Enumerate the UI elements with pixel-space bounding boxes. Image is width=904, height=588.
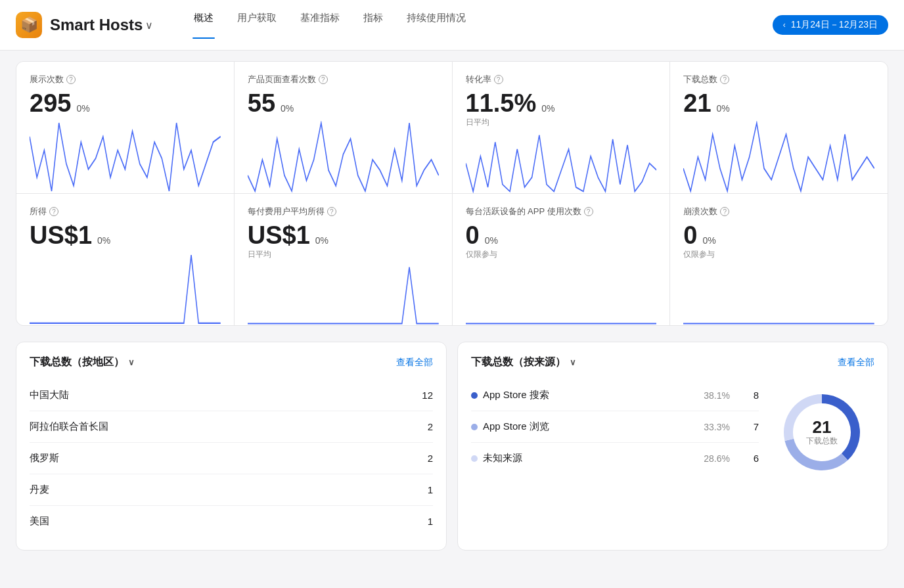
- metric-chart-0: [30, 121, 221, 193]
- source-dot-2: [471, 455, 478, 462]
- metric-number-3: 21: [683, 91, 711, 116]
- metric-card-6: 每台活跃设备的 APP 使用次数 ? 0 0% 仅限参与: [453, 194, 670, 325]
- metrics-grid: 展示次数 ? 295 0% 产品页面查看次数 ? 55 0%: [16, 61, 888, 326]
- region-dropdown-icon[interactable]: ∨: [128, 357, 135, 367]
- donut-chart: 21 下载总数: [769, 380, 874, 485]
- date-range-picker[interactable]: ‹ 11月24日－12月23日: [773, 15, 888, 35]
- region-row-value: 2: [428, 421, 433, 432]
- metric-number-4: US$1: [30, 223, 92, 248]
- source-panel-body: App Store 搜索 38.1% 8 App Store 浏览 33.3% …: [471, 380, 874, 485]
- source-dot-0: [471, 392, 478, 399]
- region-row-label: 俄罗斯: [30, 452, 59, 464]
- donut-center: 21 下载总数: [806, 418, 838, 447]
- metric-label-text-5: 每付费用户平均所得: [248, 206, 325, 217]
- region-panel-title: 下载总数（按地区） ∨: [30, 355, 135, 369]
- region-row-value: 1: [428, 484, 433, 495]
- metric-number-6: 0: [466, 223, 480, 248]
- sparkline-svg-6: [466, 265, 657, 325]
- sparkline-svg-1: [248, 121, 439, 193]
- region-row-value: 2: [428, 453, 433, 464]
- metric-label-0: 展示次数 ?: [30, 74, 221, 85]
- metric-help-icon-2[interactable]: ?: [494, 75, 503, 84]
- region-row-label: 阿拉伯联合首长国: [30, 420, 108, 433]
- metric-sub-5: 日平均: [248, 249, 439, 260]
- metric-card-4: 所得 ? US$1 0%: [16, 194, 234, 325]
- source-count-0: 8: [746, 390, 759, 401]
- metric-label-5: 每付费用户平均所得 ?: [248, 206, 439, 217]
- metric-percent-3: 0%: [717, 103, 730, 114]
- metric-value-3: 21 0%: [683, 91, 874, 116]
- region-table-row: 俄罗斯 2: [30, 443, 433, 474]
- source-pct-2: 28.6%: [704, 453, 730, 464]
- donut-total: 21: [806, 418, 838, 436]
- source-list-item: App Store 搜索 38.1% 8: [471, 380, 759, 411]
- metric-percent-7: 0%: [702, 235, 715, 246]
- metric-chart-3: [683, 121, 874, 193]
- region-panel-header: 下载总数（按地区） ∨ 查看全部: [30, 355, 433, 369]
- region-panel: 下载总数（按地区） ∨ 查看全部 中国大陆 12 阿拉伯联合首长国 2 俄罗斯 …: [16, 342, 447, 551]
- metric-number-5: US$1: [248, 223, 310, 248]
- region-table-row: 美国 1: [30, 506, 433, 537]
- metric-percent-0: 0%: [76, 103, 89, 114]
- header: 📦 Smart Hosts ∨ 概述 用户获取 基准指标 指标 持续使用情况 ‹…: [0, 0, 904, 51]
- nav-item-benchmarks[interactable]: 基准指标: [299, 12, 341, 39]
- source-panel: 下载总数（按来源） ∨ 查看全部 App Store 搜索 38.1% 8 Ap…: [457, 342, 888, 551]
- nav-item-retention[interactable]: 持续使用情况: [405, 12, 467, 39]
- metric-label-2: 转化率 ?: [466, 74, 657, 85]
- app-title: Smart Hosts: [50, 16, 143, 34]
- source-pct-0: 38.1%: [704, 390, 730, 401]
- metric-help-icon-4[interactable]: ?: [49, 207, 58, 216]
- metric-card-3: 下载总数 ? 21 0%: [670, 62, 888, 193]
- metric-chart-4: [30, 253, 221, 325]
- metric-card-2: 转化率 ? 11.5% 0% 日平均: [453, 62, 670, 193]
- metric-chart-7: [683, 265, 874, 325]
- date-range-label: 11月24日－12月23日: [791, 19, 878, 31]
- nav-item-overview[interactable]: 概述: [192, 12, 215, 39]
- metric-sub-7: 仅限参与: [683, 249, 874, 260]
- source-view-all[interactable]: 查看全部: [838, 357, 874, 369]
- region-rows: 中国大陆 12 阿拉伯联合首长国 2 俄罗斯 2 丹麦 1 美国 1: [30, 380, 433, 537]
- source-name-0: App Store 搜索: [483, 389, 698, 401]
- bottom-section: 下载总数（按地区） ∨ 查看全部 中国大陆 12 阿拉伯联合首长国 2 俄罗斯 …: [16, 342, 888, 551]
- metric-help-icon-0[interactable]: ?: [66, 75, 76, 84]
- metric-chart-1: [248, 121, 439, 193]
- metric-label-text-1: 产品页面查看次数: [248, 74, 316, 85]
- source-count-1: 7: [746, 421, 759, 432]
- region-title-text: 下载总数（按地区）: [30, 355, 124, 369]
- source-list-item: App Store 浏览 33.3% 7: [471, 411, 759, 443]
- source-list-item: 未知来源 28.6% 6: [471, 443, 759, 474]
- metric-help-icon-3[interactable]: ?: [720, 75, 729, 84]
- region-row-value: 12: [422, 390, 433, 401]
- metric-percent-1: 0%: [281, 103, 294, 114]
- source-title-text: 下载总数（按来源）: [471, 355, 566, 369]
- metric-help-icon-6[interactable]: ?: [584, 207, 593, 216]
- metric-number-2: 11.5%: [466, 91, 537, 116]
- metric-sub-6: 仅限参与: [466, 249, 657, 260]
- metric-value-1: 55 0%: [248, 91, 439, 116]
- metric-help-icon-1[interactable]: ?: [319, 75, 328, 84]
- app-dropdown-icon[interactable]: ∨: [145, 19, 153, 32]
- metric-card-5: 每付费用户平均所得 ? US$1 0% 日平均: [235, 194, 452, 325]
- metric-chart-6: [466, 265, 657, 325]
- nav-item-acquisition[interactable]: 用户获取: [236, 12, 278, 39]
- date-chevron-left-icon: ‹: [783, 20, 786, 30]
- source-name-2: 未知来源: [483, 452, 698, 464]
- metric-value-0: 295 0%: [30, 91, 221, 116]
- metric-label-7: 崩溃次数 ?: [683, 206, 874, 217]
- donut-label: 下载总数: [806, 436, 838, 447]
- metric-help-icon-7[interactable]: ?: [720, 207, 729, 216]
- nav-item-metrics[interactable]: 指标: [362, 12, 384, 39]
- source-dot-1: [471, 424, 478, 430]
- metric-number-0: 295: [30, 91, 71, 116]
- metric-sub-2: 日平均: [466, 117, 657, 128]
- metric-card-7: 崩溃次数 ? 0 0% 仅限参与: [670, 194, 888, 325]
- metric-label-text-3: 下载总数: [683, 74, 717, 85]
- source-dropdown-icon[interactable]: ∨: [570, 357, 576, 367]
- metric-label-text-6: 每台活跃设备的 APP 使用次数: [466, 206, 581, 217]
- metric-number-7: 0: [683, 223, 697, 248]
- sparkline-svg-5: [248, 265, 439, 325]
- region-view-all[interactable]: 查看全部: [396, 357, 433, 369]
- metric-help-icon-5[interactable]: ?: [327, 207, 336, 216]
- metric-label-text-4: 所得: [30, 206, 47, 217]
- sparkline-svg-7: [683, 265, 874, 325]
